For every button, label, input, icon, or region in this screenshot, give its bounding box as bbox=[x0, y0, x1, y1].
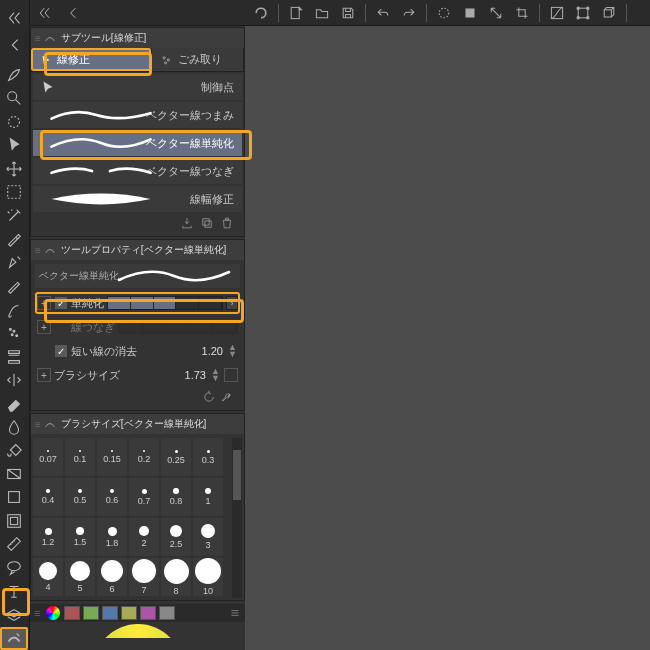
tonecurve-icon[interactable] bbox=[545, 2, 569, 24]
operation-tool-icon[interactable] bbox=[0, 133, 28, 156]
tab-dust[interactable]: ごみ取り bbox=[152, 48, 244, 71]
tab-line-correct[interactable]: 線修正 bbox=[31, 48, 152, 71]
menu-icon[interactable] bbox=[229, 607, 241, 619]
brush-size-preset[interactable]: 2.5 bbox=[161, 518, 191, 556]
checkbox-on-icon[interactable]: ✓ bbox=[54, 296, 68, 310]
pencil-tool-icon[interactable] bbox=[0, 274, 28, 297]
color-set-tab[interactable] bbox=[140, 606, 156, 620]
subtool-pinch[interactable]: ベクター線つまみ bbox=[33, 102, 242, 128]
color-wheel[interactable] bbox=[93, 624, 183, 638]
color-wheel-icon[interactable] bbox=[46, 606, 60, 620]
marquee-tool-icon[interactable] bbox=[0, 180, 28, 203]
brush-size-preset[interactable]: 1.8 bbox=[97, 518, 127, 556]
3d-icon[interactable] bbox=[597, 2, 621, 24]
brush-size-preset[interactable]: 3 bbox=[193, 518, 223, 556]
clip-studio-icon[interactable] bbox=[249, 2, 273, 24]
crop-icon[interactable] bbox=[510, 2, 534, 24]
brush-size-preset[interactable]: 7 bbox=[129, 558, 159, 596]
magnify-tool-icon[interactable] bbox=[0, 86, 28, 109]
pen-tool-icon[interactable] bbox=[0, 251, 28, 274]
collapse-icon[interactable] bbox=[1, 33, 29, 57]
brush-size-preset[interactable]: 0.8 bbox=[161, 478, 191, 516]
text-tool-icon[interactable] bbox=[0, 580, 28, 603]
redo-icon[interactable] bbox=[397, 2, 421, 24]
checkbox-on-icon[interactable]: ✓ bbox=[54, 344, 68, 358]
checkbox-off-icon[interactable] bbox=[54, 320, 68, 334]
chevron-right-icon[interactable]: › bbox=[226, 296, 238, 310]
brush-size-preset[interactable]: 0.7 bbox=[129, 478, 159, 516]
reset-icon[interactable] bbox=[202, 390, 216, 404]
wrench-icon[interactable] bbox=[220, 390, 234, 404]
brush-size-preset[interactable]: 0.6 bbox=[97, 478, 127, 516]
brush-size-preset[interactable]: 0.25 bbox=[161, 438, 191, 476]
brush-size-preset[interactable]: 0.2 bbox=[129, 438, 159, 476]
spinner-icon[interactable]: ▲▼ bbox=[228, 344, 238, 358]
prop-brush-size[interactable]: + ブラシサイズ 1.73 ▲▼ bbox=[35, 364, 240, 386]
gradient-tool-icon[interactable] bbox=[0, 462, 28, 485]
collapse-icon[interactable] bbox=[62, 3, 84, 23]
eyedropper-tool-icon[interactable] bbox=[0, 227, 28, 250]
new-icon[interactable] bbox=[284, 2, 308, 24]
prop-value[interactable]: 1.73 bbox=[166, 369, 208, 381]
brush-size-preset[interactable]: 10 bbox=[193, 558, 223, 596]
wand-tool-icon[interactable] bbox=[0, 204, 28, 227]
color-set-tab[interactable] bbox=[102, 606, 118, 620]
scale-icon[interactable] bbox=[484, 2, 508, 24]
move-layer-tool-icon[interactable] bbox=[0, 157, 28, 180]
transform-icon[interactable] bbox=[571, 2, 595, 24]
frame-tool-icon[interactable] bbox=[0, 509, 28, 532]
expand-icon[interactable]: + bbox=[37, 320, 51, 334]
delete-icon[interactable] bbox=[432, 2, 456, 24]
color-set-tab[interactable] bbox=[121, 606, 137, 620]
collapse-double-icon[interactable] bbox=[34, 3, 56, 23]
collapse-double-icon[interactable] bbox=[1, 6, 29, 30]
eraser-tool-icon[interactable] bbox=[0, 392, 28, 415]
decoration-tool-icon[interactable] bbox=[0, 345, 28, 368]
expand-icon[interactable]: + bbox=[37, 368, 51, 382]
brush-tool-icon[interactable] bbox=[0, 63, 28, 86]
subtool-simplify[interactable]: ベクター線単純化 bbox=[33, 130, 242, 156]
brush2-tool-icon[interactable] bbox=[0, 298, 28, 321]
brush-size-preset[interactable]: 2 bbox=[129, 518, 159, 556]
brush-size-preset[interactable]: 0.4 bbox=[33, 478, 63, 516]
brush-size-preset[interactable]: 0.07 bbox=[33, 438, 63, 476]
brush-size-preset[interactable]: 1 bbox=[193, 478, 223, 516]
prop-value[interactable]: 1.20 bbox=[183, 345, 225, 357]
brush-size-preset[interactable]: 8 bbox=[161, 558, 191, 596]
export-icon[interactable] bbox=[180, 216, 196, 232]
open-icon[interactable] bbox=[310, 2, 334, 24]
balloon-tool-icon[interactable] bbox=[0, 556, 28, 579]
brush-size-preset[interactable]: 4 bbox=[33, 558, 63, 596]
tool-property-header[interactable]: ≡ ツールプロパティ[ベクター線単純化] bbox=[31, 240, 244, 260]
brush-size-header[interactable]: ≡ ブラシサイズ[ベクター線単純化] bbox=[31, 414, 244, 434]
move-tool-icon[interactable] bbox=[0, 110, 28, 133]
brush-size-preset[interactable]: 0.15 bbox=[97, 438, 127, 476]
color-set-tab[interactable] bbox=[159, 606, 175, 620]
brush-size-preset[interactable]: 0.3 bbox=[193, 438, 223, 476]
duplicate-icon[interactable] bbox=[200, 216, 216, 232]
brush-size-preset[interactable]: 1.2 bbox=[33, 518, 63, 556]
adjust-tool-icon[interactable] bbox=[0, 368, 28, 391]
fill-icon[interactable] bbox=[458, 2, 482, 24]
blend-tool-icon[interactable] bbox=[0, 415, 28, 438]
airbrush-tool-icon[interactable] bbox=[0, 321, 28, 344]
subtool-width[interactable]: 線幅修正 bbox=[33, 186, 242, 212]
expand-icon[interactable]: + bbox=[37, 296, 51, 310]
canvas-area[interactable] bbox=[245, 0, 650, 650]
subtool-connect[interactable]: ベクター線つなぎ bbox=[33, 158, 242, 184]
save-icon[interactable] bbox=[336, 2, 360, 24]
dynamics-icon[interactable] bbox=[224, 368, 238, 382]
brush-size-preset[interactable]: 6 bbox=[97, 558, 127, 596]
scrollbar[interactable] bbox=[232, 438, 242, 598]
brush-size-preset[interactable]: 0.1 bbox=[65, 438, 95, 476]
subtool-panel-header[interactable]: ≡ サブツール[線修正] bbox=[31, 28, 244, 48]
layer-tool-icon[interactable] bbox=[0, 603, 28, 626]
spinner-icon[interactable]: ▲▼ bbox=[211, 368, 221, 382]
undo-icon[interactable] bbox=[371, 2, 395, 24]
brush-size-preset[interactable]: 0.5 bbox=[65, 478, 95, 516]
delete-icon[interactable] bbox=[220, 216, 236, 232]
color-set-tab[interactable] bbox=[64, 606, 80, 620]
level-slider[interactable] bbox=[107, 296, 223, 310]
fill-tool-icon[interactable] bbox=[0, 439, 28, 462]
figure-tool-icon[interactable] bbox=[0, 486, 28, 509]
